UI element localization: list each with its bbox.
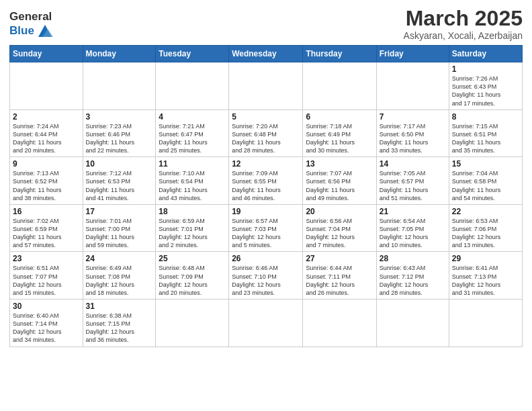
calendar-week-row: 1Sunrise: 7:26 AM Sunset: 6:43 PM Daylig… (10, 62, 523, 110)
day-info: Sunrise: 6:41 AM Sunset: 7:13 PM Dayligh… (452, 264, 519, 297)
day-number: 4 (159, 112, 226, 122)
logo: General Blue (9, 11, 54, 38)
day-number: 5 (232, 112, 300, 122)
calendar-week-row: 23Sunrise: 6:51 AM Sunset: 7:07 PM Dayli… (10, 252, 523, 300)
table-row: 24Sunrise: 6:49 AM Sunset: 7:08 PM Dayli… (83, 252, 156, 300)
day-info: Sunrise: 7:26 AM Sunset: 6:43 PM Dayligh… (452, 75, 519, 107)
day-info: Sunrise: 6:43 AM Sunset: 7:12 PM Dayligh… (380, 264, 446, 297)
day-info: Sunrise: 7:01 AM Sunset: 7:00 PM Dayligh… (86, 217, 153, 250)
table-row: 20Sunrise: 6:56 AM Sunset: 7:04 PM Dayli… (303, 204, 376, 252)
day-info: Sunrise: 7:15 AM Sunset: 6:51 PM Dayligh… (452, 122, 519, 155)
table-row: 19Sunrise: 6:57 AM Sunset: 7:03 PM Dayli… (229, 204, 303, 252)
day-info: Sunrise: 6:38 AM Sunset: 7:15 PM Dayligh… (86, 312, 153, 345)
day-info: Sunrise: 7:02 AM Sunset: 6:59 PM Dayligh… (13, 217, 80, 250)
table-row: 14Sunrise: 7:05 AM Sunset: 6:57 PM Dayli… (376, 157, 449, 205)
day-info: Sunrise: 6:49 AM Sunset: 7:08 PM Dayligh… (86, 264, 153, 297)
day-info: Sunrise: 6:57 AM Sunset: 7:03 PM Dayligh… (232, 217, 300, 250)
day-number: 8 (452, 112, 519, 122)
day-number: 2 (13, 112, 80, 122)
day-number: 20 (306, 207, 373, 216)
calendar-header-row: Sunday Monday Tuesday Wednesday Thursday… (10, 46, 523, 62)
logo-text: General Blue (9, 11, 54, 38)
day-info: Sunrise: 7:20 AM Sunset: 6:48 PM Dayligh… (232, 122, 300, 155)
day-number: 19 (232, 207, 300, 216)
logo-general: General (9, 10, 52, 23)
day-info: Sunrise: 7:04 AM Sunset: 6:58 PM Dayligh… (452, 169, 519, 202)
day-number: 13 (306, 159, 373, 169)
table-row (10, 62, 83, 110)
table-row (376, 62, 449, 110)
table-row (303, 300, 376, 347)
table-row: 31Sunrise: 6:38 AM Sunset: 7:15 PM Dayli… (83, 300, 156, 347)
day-number: 11 (159, 159, 226, 169)
table-row: 4Sunrise: 7:21 AM Sunset: 6:47 PM Daylig… (156, 109, 229, 157)
day-info: Sunrise: 7:05 AM Sunset: 6:57 PM Dayligh… (380, 169, 446, 202)
day-number: 10 (86, 159, 153, 169)
day-info: Sunrise: 6:51 AM Sunset: 7:07 PM Dayligh… (13, 264, 80, 297)
table-row: 6Sunrise: 7:18 AM Sunset: 6:49 PM Daylig… (303, 109, 376, 157)
day-number: 6 (306, 112, 373, 122)
table-row: 12Sunrise: 7:09 AM Sunset: 6:55 PM Dayli… (229, 157, 303, 205)
table-row: 10Sunrise: 7:12 AM Sunset: 6:53 PM Dayli… (83, 157, 156, 205)
table-row: 8Sunrise: 7:15 AM Sunset: 6:51 PM Daylig… (449, 109, 522, 157)
table-row: 1Sunrise: 7:26 AM Sunset: 6:43 PM Daylig… (449, 62, 522, 110)
day-number: 27 (306, 254, 373, 263)
table-row: 11Sunrise: 7:10 AM Sunset: 6:54 PM Dayli… (156, 157, 229, 205)
day-info: Sunrise: 7:24 AM Sunset: 6:44 PM Dayligh… (13, 122, 80, 155)
logo-icon (36, 24, 54, 38)
day-info: Sunrise: 7:12 AM Sunset: 6:53 PM Dayligh… (86, 169, 153, 202)
day-info: Sunrise: 7:21 AM Sunset: 6:47 PM Dayligh… (159, 122, 226, 155)
table-row (229, 62, 303, 110)
table-row: 22Sunrise: 6:53 AM Sunset: 7:06 PM Dayli… (449, 204, 522, 252)
logo-blue-text: Blue (9, 24, 34, 38)
table-row: 9Sunrise: 7:13 AM Sunset: 6:52 PM Daylig… (10, 157, 83, 205)
day-number: 29 (452, 254, 519, 263)
table-row: 17Sunrise: 7:01 AM Sunset: 7:00 PM Dayli… (83, 204, 156, 252)
table-row: 26Sunrise: 6:46 AM Sunset: 7:10 PM Dayli… (229, 252, 303, 300)
day-info: Sunrise: 6:53 AM Sunset: 7:06 PM Dayligh… (452, 217, 519, 250)
table-row (449, 300, 522, 347)
month-title: March 2025 (404, 7, 523, 30)
day-number: 18 (159, 207, 226, 216)
day-info: Sunrise: 7:09 AM Sunset: 6:55 PM Dayligh… (232, 169, 300, 202)
day-info: Sunrise: 7:23 AM Sunset: 6:46 PM Dayligh… (86, 122, 153, 155)
page: General Blue March 2025 Askyaran, Xocali… (0, 0, 532, 411)
table-row: 15Sunrise: 7:04 AM Sunset: 6:58 PM Dayli… (449, 157, 522, 205)
calendar-week-row: 30Sunrise: 6:40 AM Sunset: 7:14 PM Dayli… (10, 300, 523, 347)
table-row: 28Sunrise: 6:43 AM Sunset: 7:12 PM Dayli… (376, 252, 449, 300)
day-info: Sunrise: 7:18 AM Sunset: 6:49 PM Dayligh… (306, 122, 373, 155)
day-info: Sunrise: 7:10 AM Sunset: 6:54 PM Dayligh… (159, 169, 226, 202)
day-number: 15 (452, 159, 519, 169)
day-info: Sunrise: 7:13 AM Sunset: 6:52 PM Dayligh… (13, 169, 80, 202)
table-row (156, 300, 229, 347)
day-number: 24 (86, 254, 153, 263)
day-number: 1 (452, 64, 519, 74)
day-number: 21 (380, 207, 446, 216)
day-info: Sunrise: 6:40 AM Sunset: 7:14 PM Dayligh… (13, 312, 80, 345)
col-monday: Monday (83, 46, 156, 62)
day-info: Sunrise: 7:07 AM Sunset: 6:56 PM Dayligh… (306, 169, 373, 202)
table-row: 16Sunrise: 7:02 AM Sunset: 6:59 PM Dayli… (10, 204, 83, 252)
day-number: 16 (13, 207, 80, 216)
day-info: Sunrise: 6:44 AM Sunset: 7:11 PM Dayligh… (306, 264, 373, 297)
col-wednesday: Wednesday (229, 46, 303, 62)
calendar-table: Sunday Monday Tuesday Wednesday Thursday… (9, 45, 523, 347)
table-row: 3Sunrise: 7:23 AM Sunset: 6:46 PM Daylig… (83, 109, 156, 157)
location-subtitle: Askyaran, Xocali, Azerbaijan (404, 30, 523, 41)
day-info: Sunrise: 6:54 AM Sunset: 7:05 PM Dayligh… (380, 217, 446, 250)
calendar-week-row: 9Sunrise: 7:13 AM Sunset: 6:52 PM Daylig… (10, 157, 523, 205)
table-row: 27Sunrise: 6:44 AM Sunset: 7:11 PM Dayli… (303, 252, 376, 300)
table-row (376, 300, 449, 347)
day-info: Sunrise: 7:17 AM Sunset: 6:50 PM Dayligh… (380, 122, 446, 155)
day-number: 17 (86, 207, 153, 216)
day-number: 26 (232, 254, 300, 263)
table-row (83, 62, 156, 110)
col-friday: Friday (376, 46, 449, 62)
calendar-week-row: 16Sunrise: 7:02 AM Sunset: 6:59 PM Dayli… (10, 204, 523, 252)
col-thursday: Thursday (303, 46, 376, 62)
table-row (156, 62, 229, 110)
day-number: 23 (13, 254, 80, 263)
day-number: 25 (159, 254, 226, 263)
col-tuesday: Tuesday (156, 46, 229, 62)
day-info: Sunrise: 6:46 AM Sunset: 7:10 PM Dayligh… (232, 264, 300, 297)
